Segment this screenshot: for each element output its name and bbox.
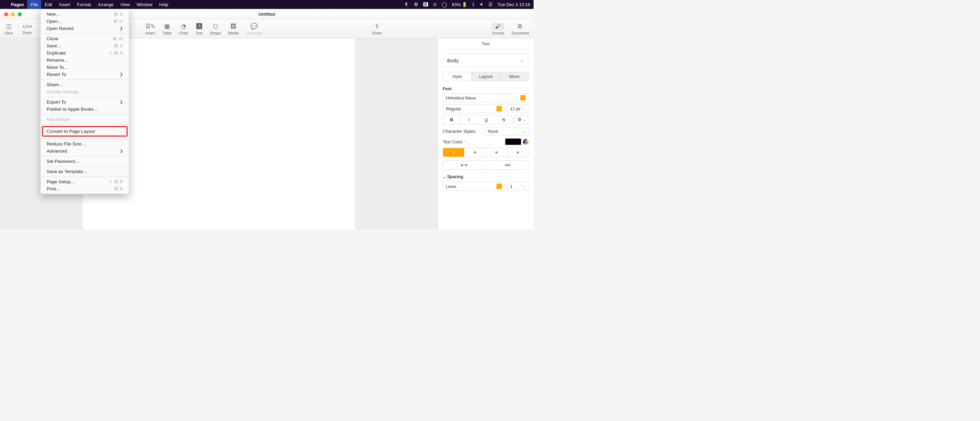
menu-item-convert-to-page-layout[interactable]: Convert to Page Layout xyxy=(43,127,127,136)
outdent-button[interactable]: ⇤≡ xyxy=(443,161,486,169)
italic-button[interactable]: I xyxy=(460,115,478,124)
font-size-field[interactable]: 11 pt ⌃⌄ xyxy=(507,104,529,113)
play-icon[interactable]: ⊙ xyxy=(433,2,437,7)
gear-icon: ⚙︎ xyxy=(517,117,522,122)
menu-separator xyxy=(40,114,129,115)
align-right-button[interactable]: ≡ xyxy=(486,148,508,157)
menu-file[interactable]: File xyxy=(27,0,41,9)
minimize-button[interactable] xyxy=(11,12,15,16)
tab-more[interactable]: More xyxy=(500,72,528,81)
app-b-icon[interactable]: B xyxy=(423,2,428,6)
spacing-mode-select[interactable]: Lines ⌃⌄ xyxy=(443,182,505,191)
shield-icon[interactable]: ⛨ xyxy=(414,2,418,7)
clock[interactable]: Tue Dec 3 10:16 xyxy=(498,2,530,7)
submenu-arrow-icon: ❯ xyxy=(120,72,123,77)
tab-layout[interactable]: Layout xyxy=(472,72,500,81)
circle-icon[interactable]: ◯ xyxy=(442,2,447,7)
menu-item-revert-to[interactable]: Revert To❯ xyxy=(40,71,129,78)
menu-shortcut: ⌘ O xyxy=(113,19,123,24)
menu-item-print[interactable]: Print…⌘ P xyxy=(40,185,129,193)
file-menu-dropdown: New…⌘ NOpen…⌘ OOpen Recent❯Close⌘ WSave…… xyxy=(40,9,129,194)
paragraph-style-select[interactable]: Body ⌄ xyxy=(443,53,529,67)
menu-item-label: New… xyxy=(47,11,60,17)
font-weight-select[interactable]: Regular ⌃⌄ xyxy=(443,104,505,113)
spacing-disclosure[interactable]: ⌄ Spacing xyxy=(443,174,529,179)
media-button[interactable]: 🖼Media xyxy=(228,23,239,35)
font-options-button[interactable]: ⚙︎ ⌄ xyxy=(514,115,529,124)
align-justify-button[interactable]: ≡ xyxy=(508,148,528,157)
table-button[interactable]: ▦Table xyxy=(163,23,172,35)
bold-button[interactable]: B xyxy=(443,115,460,124)
font-family-select[interactable]: Helvetica Neue ⌃⌄ xyxy=(443,93,529,102)
menu-item-export-to[interactable]: Export To❯ xyxy=(40,99,129,105)
character-styles-label: Character Styles xyxy=(443,129,476,134)
align-left-button[interactable]: ≡ xyxy=(443,148,465,157)
menu-item-page-setup[interactable]: Page Setup…⇧ ⌘ P xyxy=(40,178,129,185)
menu-item-label: Convert to Page Layout xyxy=(47,129,95,134)
shape-icon: ⬠ xyxy=(213,23,218,30)
text-color-swatch[interactable] xyxy=(505,138,521,145)
menu-item-label: Print… xyxy=(47,186,60,191)
menu-view[interactable]: View xyxy=(117,0,134,9)
format-inspector-button[interactable]: 🖌Format xyxy=(492,23,504,35)
menu-help[interactable]: Help xyxy=(156,0,172,9)
align-center-button[interactable]: ≡ xyxy=(465,148,486,157)
chart-button[interactable]: ◔Chart xyxy=(179,23,188,35)
comment-button[interactable]: 💬Comment xyxy=(246,23,262,35)
menu-item-close[interactable]: Close⌘ W xyxy=(40,35,129,42)
menu-insert[interactable]: Insert xyxy=(56,0,74,9)
maximize-button[interactable] xyxy=(18,12,22,16)
battery-status[interactable]: 83% 🔋 xyxy=(452,2,468,7)
color-picker-button[interactable] xyxy=(523,139,529,145)
strikethrough-button[interactable]: S xyxy=(495,115,512,124)
indent-button[interactable]: ⇥≡ xyxy=(486,161,528,169)
menu-item-set-password[interactable]: Set Password… xyxy=(40,158,129,165)
underline-button[interactable]: U xyxy=(478,115,495,124)
menu-item-save-as-template[interactable]: Save as Template… xyxy=(40,168,129,175)
spacing-value-field[interactable]: 1 ⌃⌄ xyxy=(507,182,529,191)
format-icon: 🖌 xyxy=(492,23,504,30)
control-center-icon[interactable]: ☰ xyxy=(488,2,493,7)
shape-button[interactable]: ⬠Shape xyxy=(210,23,221,35)
zoom-control[interactable]: 125% Zoom xyxy=(19,23,36,35)
menu-item-advanced[interactable]: Advanced❯ xyxy=(40,147,129,155)
text-button[interactable]: 🅰Text xyxy=(196,23,202,35)
close-button[interactable] xyxy=(4,12,8,16)
menu-separator xyxy=(40,33,129,34)
menu-item-label: Move To… xyxy=(47,65,68,70)
menu-item-duplicate[interactable]: Duplicate⇧ ⌘ S xyxy=(40,49,129,57)
toolbar-center: ☰✎Insert ▦Table ◔Chart 🅰Text ⬠Shape 🖼Med… xyxy=(145,23,262,35)
chevron-down-icon: ⌄ xyxy=(522,129,526,134)
mic-icon[interactable]: 🎙 xyxy=(404,2,409,7)
share-button[interactable]: ⇪Share xyxy=(372,23,382,35)
tab-style[interactable]: Style xyxy=(443,72,472,81)
app-name[interactable]: Pages xyxy=(8,2,27,7)
menu-edit[interactable]: Edit xyxy=(41,0,56,9)
menu-item-label: Close xyxy=(47,36,59,41)
menu-format[interactable]: Format xyxy=(73,0,94,9)
zoom-value[interactable]: 125% xyxy=(19,23,36,30)
character-styles-select[interactable]: None ⌄ xyxy=(485,127,529,136)
menu-item-open-recent[interactable]: Open Recent❯ xyxy=(40,25,129,32)
menu-item-save[interactable]: Save…⌘ S xyxy=(40,42,129,49)
wifi-icon[interactable]: ✶ xyxy=(479,2,484,7)
menu-shortcut: ⌘ S xyxy=(114,43,123,48)
menu-item-label: Reduce File Size… xyxy=(47,141,86,147)
menu-item-move-to[interactable]: Move To… xyxy=(40,64,129,71)
menu-item-share[interactable]: Share… xyxy=(40,81,129,88)
bluetooth-icon[interactable]: ᛒ xyxy=(472,2,475,7)
view-button[interactable]: ◫ View xyxy=(5,23,13,35)
menu-item-new[interactable]: New…⌘ N xyxy=(40,11,129,18)
menu-item-rename[interactable]: Rename… xyxy=(40,57,129,64)
menu-window[interactable]: Window xyxy=(134,0,156,9)
menu-item-open[interactable]: Open…⌘ O xyxy=(40,18,129,25)
format-inspector: Text Body ⌄ Style Layout More Font Helve… xyxy=(438,38,533,229)
system-menubar: Pages File Edit Insert Format Arrange Vi… xyxy=(0,0,533,9)
menu-shortcut: ⇧ ⌘ S xyxy=(108,50,123,56)
menu-item-reduce-file-size[interactable]: Reduce File Size… xyxy=(40,140,129,147)
insert-button[interactable]: ☰✎Insert xyxy=(145,23,155,35)
menu-arrange[interactable]: Arrange xyxy=(94,0,117,9)
document-inspector-button[interactable]: 🗎Document xyxy=(512,23,529,35)
menu-item-label: Advanced xyxy=(47,148,67,154)
menu-item-publish-to-apple-books[interactable]: Publish to Apple Books… xyxy=(40,105,129,113)
